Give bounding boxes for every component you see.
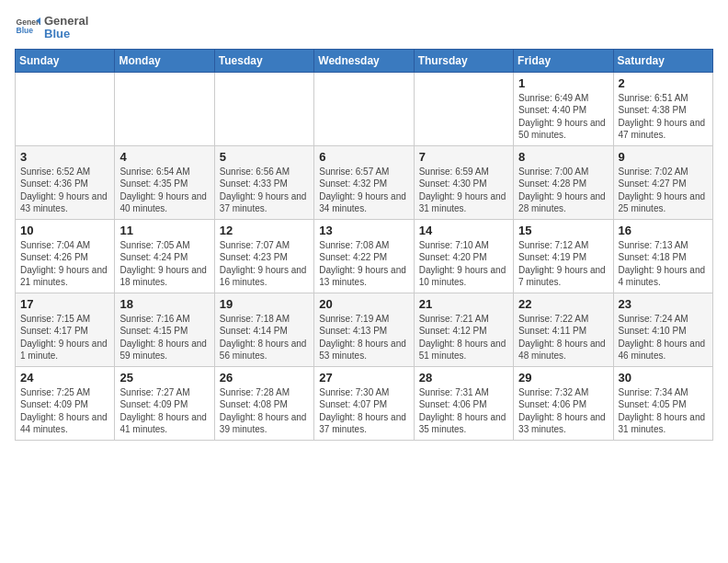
day-number: 20 — [319, 297, 408, 311]
calendar-week: 3Sunrise: 6:52 AM Sunset: 4:36 PM Daylig… — [16, 145, 713, 219]
calendar-cell — [16, 72, 115, 145]
day-info: Sunrise: 7:07 AM Sunset: 4:23 PM Dayligh… — [220, 239, 309, 289]
day-number: 13 — [319, 224, 408, 237]
header: General Blue GeneralBlue — [15, 15, 713, 41]
day-number: 6 — [319, 150, 408, 164]
day-number: 14 — [419, 224, 508, 237]
weekday-label: Sunday — [16, 49, 115, 72]
day-number: 24 — [20, 371, 109, 385]
day-number: 2 — [619, 76, 708, 90]
calendar-week: 17Sunrise: 7:15 AM Sunset: 4:17 PM Dayli… — [16, 293, 713, 366]
day-number: 19 — [220, 297, 309, 311]
day-number: 9 — [619, 150, 708, 164]
calendar-cell: 25Sunrise: 7:27 AM Sunset: 4:09 PM Dayli… — [115, 366, 214, 440]
calendar: SundayMondayTuesdayWednesdayThursdayFrid… — [15, 49, 713, 441]
calendar-cell: 7Sunrise: 6:59 AM Sunset: 4:30 PM Daylig… — [414, 145, 513, 219]
calendar-week: 24Sunrise: 7:25 AM Sunset: 4:09 PM Dayli… — [16, 366, 713, 440]
calendar-cell: 14Sunrise: 7:10 AM Sunset: 4:20 PM Dayli… — [414, 219, 513, 293]
weekday-header: SundayMondayTuesdayWednesdayThursdayFrid… — [16, 49, 713, 72]
calendar-cell: 11Sunrise: 7:05 AM Sunset: 4:24 PM Dayli… — [115, 219, 214, 293]
calendar-cell: 17Sunrise: 7:15 AM Sunset: 4:17 PM Dayli… — [16, 293, 115, 366]
day-info: Sunrise: 7:13 AM Sunset: 4:18 PM Dayligh… — [619, 239, 708, 289]
day-info: Sunrise: 7:21 AM Sunset: 4:12 PM Dayligh… — [419, 313, 508, 362]
day-info: Sunrise: 7:34 AM Sunset: 4:05 PM Dayligh… — [619, 386, 708, 436]
calendar-cell: 19Sunrise: 7:18 AM Sunset: 4:14 PM Dayli… — [214, 293, 313, 366]
weekday-label: Friday — [514, 49, 613, 72]
day-number: 10 — [20, 224, 109, 237]
day-number: 5 — [220, 150, 309, 164]
calendar-cell: 2Sunrise: 6:51 AM Sunset: 4:38 PM Daylig… — [613, 72, 712, 145]
day-number: 18 — [119, 297, 209, 311]
day-number: 22 — [518, 297, 608, 311]
day-number: 11 — [119, 224, 209, 237]
day-info: Sunrise: 7:30 AM Sunset: 4:07 PM Dayligh… — [319, 386, 408, 436]
day-number: 26 — [220, 371, 309, 385]
day-info: Sunrise: 7:22 AM Sunset: 4:11 PM Dayligh… — [518, 313, 608, 362]
day-info: Sunrise: 6:49 AM Sunset: 4:40 PM Dayligh… — [518, 92, 608, 142]
day-info: Sunrise: 6:54 AM Sunset: 4:35 PM Dayligh… — [119, 166, 209, 215]
day-number: 28 — [419, 371, 508, 385]
calendar-cell: 10Sunrise: 7:04 AM Sunset: 4:26 PM Dayli… — [16, 219, 115, 293]
day-number: 27 — [319, 371, 408, 385]
weekday-label: Wednesday — [314, 49, 414, 72]
day-info: Sunrise: 7:18 AM Sunset: 4:14 PM Dayligh… — [220, 313, 309, 362]
weekday-label: Thursday — [414, 49, 513, 72]
day-number: 21 — [419, 297, 508, 311]
weekday-label: Saturday — [613, 49, 712, 72]
calendar-cell: 26Sunrise: 7:28 AM Sunset: 4:08 PM Dayli… — [214, 366, 313, 440]
day-info: Sunrise: 6:57 AM Sunset: 4:32 PM Dayligh… — [319, 166, 408, 215]
calendar-week: 10Sunrise: 7:04 AM Sunset: 4:26 PM Dayli… — [16, 219, 713, 293]
day-info: Sunrise: 7:15 AM Sunset: 4:17 PM Dayligh… — [20, 313, 109, 362]
day-info: Sunrise: 7:04 AM Sunset: 4:26 PM Dayligh… — [20, 239, 109, 289]
day-number: 25 — [119, 371, 209, 385]
day-number: 1 — [518, 76, 608, 90]
day-info: Sunrise: 7:25 AM Sunset: 4:09 PM Dayligh… — [20, 386, 109, 436]
logo-text: GeneralBlue — [44, 15, 88, 41]
day-info: Sunrise: 7:27 AM Sunset: 4:09 PM Dayligh… — [119, 386, 209, 436]
day-number: 30 — [619, 371, 708, 385]
day-info: Sunrise: 7:32 AM Sunset: 4:06 PM Dayligh… — [518, 386, 608, 436]
calendar-cell: 23Sunrise: 7:24 AM Sunset: 4:10 PM Dayli… — [613, 293, 712, 366]
day-number: 4 — [119, 150, 209, 164]
calendar-cell — [115, 72, 214, 145]
calendar-cell: 4Sunrise: 6:54 AM Sunset: 4:35 PM Daylig… — [115, 145, 214, 219]
calendar-week: 1Sunrise: 6:49 AM Sunset: 4:40 PM Daylig… — [16, 72, 713, 145]
calendar-cell: 1Sunrise: 6:49 AM Sunset: 4:40 PM Daylig… — [514, 72, 613, 145]
calendar-cell: 5Sunrise: 6:56 AM Sunset: 4:33 PM Daylig… — [214, 145, 313, 219]
day-info: Sunrise: 7:19 AM Sunset: 4:13 PM Dayligh… — [319, 313, 408, 362]
calendar-cell: 8Sunrise: 7:00 AM Sunset: 4:28 PM Daylig… — [514, 145, 613, 219]
day-info: Sunrise: 6:52 AM Sunset: 4:36 PM Dayligh… — [20, 166, 109, 215]
calendar-cell — [314, 72, 414, 145]
day-info: Sunrise: 7:08 AM Sunset: 4:22 PM Dayligh… — [319, 239, 408, 289]
weekday-label: Monday — [115, 49, 214, 72]
logo-icon: General Blue — [15, 15, 40, 40]
day-number: 8 — [518, 150, 608, 164]
day-info: Sunrise: 7:05 AM Sunset: 4:24 PM Dayligh… — [119, 239, 209, 289]
calendar-cell: 13Sunrise: 7:08 AM Sunset: 4:22 PM Dayli… — [314, 219, 414, 293]
day-number: 29 — [518, 371, 608, 385]
calendar-cell: 30Sunrise: 7:34 AM Sunset: 4:05 PM Dayli… — [613, 366, 712, 440]
day-info: Sunrise: 7:02 AM Sunset: 4:27 PM Dayligh… — [619, 166, 708, 215]
calendar-cell: 15Sunrise: 7:12 AM Sunset: 4:19 PM Dayli… — [514, 219, 613, 293]
calendar-cell: 27Sunrise: 7:30 AM Sunset: 4:07 PM Dayli… — [314, 366, 414, 440]
day-info: Sunrise: 7:10 AM Sunset: 4:20 PM Dayligh… — [419, 239, 508, 289]
calendar-cell: 12Sunrise: 7:07 AM Sunset: 4:23 PM Dayli… — [214, 219, 313, 293]
calendar-cell: 22Sunrise: 7:22 AM Sunset: 4:11 PM Dayli… — [514, 293, 613, 366]
calendar-cell: 28Sunrise: 7:31 AM Sunset: 4:06 PM Dayli… — [414, 366, 513, 440]
day-number: 23 — [619, 297, 708, 311]
calendar-cell: 9Sunrise: 7:02 AM Sunset: 4:27 PM Daylig… — [613, 145, 712, 219]
calendar-body: 1Sunrise: 6:49 AM Sunset: 4:40 PM Daylig… — [16, 72, 713, 440]
calendar-cell: 18Sunrise: 7:16 AM Sunset: 4:15 PM Dayli… — [115, 293, 214, 366]
logo: General Blue GeneralBlue — [15, 15, 88, 41]
svg-text:Blue: Blue — [17, 27, 34, 36]
day-info: Sunrise: 7:00 AM Sunset: 4:28 PM Dayligh… — [518, 166, 608, 215]
day-number: 12 — [220, 224, 309, 237]
day-number: 7 — [419, 150, 508, 164]
calendar-cell: 21Sunrise: 7:21 AM Sunset: 4:12 PM Dayli… — [414, 293, 513, 366]
weekday-label: Tuesday — [214, 49, 313, 72]
day-info: Sunrise: 6:59 AM Sunset: 4:30 PM Dayligh… — [419, 166, 508, 215]
day-number: 17 — [20, 297, 109, 311]
calendar-cell: 6Sunrise: 6:57 AM Sunset: 4:32 PM Daylig… — [314, 145, 414, 219]
calendar-cell: 29Sunrise: 7:32 AM Sunset: 4:06 PM Dayli… — [514, 366, 613, 440]
calendar-cell — [214, 72, 313, 145]
